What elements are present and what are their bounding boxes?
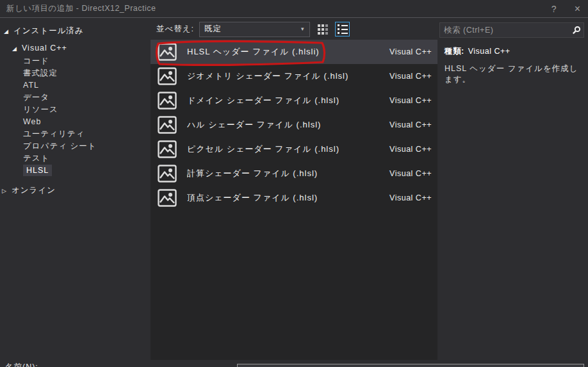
template-language: Visual C++ bbox=[389, 193, 432, 202]
titlebar-buttons: ? × bbox=[551, 4, 583, 14]
sidebar-item-label: コード bbox=[23, 56, 49, 65]
name-input[interactable] bbox=[237, 364, 584, 367]
template-name: HLSL ヘッダー ファイル (.hlsli) bbox=[187, 46, 389, 58]
chevron-down-icon: ▼ bbox=[300, 26, 305, 32]
list-view-icon bbox=[338, 24, 348, 34]
list-item-pixel-shader[interactable]: ピクセル シェーダー ファイル (.hlsl)Visual C++ bbox=[151, 137, 437, 161]
template-name: ドメイン シェーダー ファイル (.hlsl) bbox=[187, 95, 389, 106]
list-item-compute-shader[interactable]: 計算シェーダー ファイル (.hlsl)Visual C++ bbox=[151, 161, 437, 186]
image-file-icon bbox=[158, 165, 177, 183]
kind-label: 種類: bbox=[445, 47, 464, 56]
search-box[interactable] bbox=[439, 22, 584, 38]
expanded-expander-icon[interactable]: ◢ bbox=[4, 25, 13, 38]
sidebar-item-property-sheet[interactable]: プロパティ シート bbox=[0, 140, 151, 152]
image-file-icon bbox=[158, 43, 177, 61]
sidebar-item-test[interactable]: テスト bbox=[0, 152, 151, 165]
sort-dropdown[interactable]: 既定 ▼ bbox=[199, 22, 310, 37]
sidebar-item-label: プロパティ シート bbox=[23, 142, 97, 151]
sidebar-item-utility[interactable]: ユーティリティ bbox=[0, 128, 151, 140]
sidebar-item-online[interactable]: ▷オンライン bbox=[0, 184, 151, 197]
template-description: HLSL ヘッダー ファイルを作成します。 bbox=[445, 63, 582, 85]
list-view-button[interactable] bbox=[335, 22, 350, 37]
template-panel: 並べ替え: 既定 ▼ HLSL ヘッダー ファイル (.hlsli)Visual bbox=[151, 19, 437, 360]
image-file-icon bbox=[158, 116, 177, 134]
template-language: Visual C++ bbox=[389, 72, 432, 81]
help-button[interactable]: ? bbox=[551, 4, 557, 13]
list-item-domain-shader[interactable]: ドメイン シェーダー ファイル (.hlsl)Visual C++ bbox=[151, 88, 437, 113]
sidebar-item-code[interactable]: コード bbox=[0, 55, 151, 67]
sort-dropdown-value: 既定 bbox=[204, 24, 222, 35]
sidebar-item-label: Visual C++ bbox=[22, 44, 67, 53]
close-button[interactable]: × bbox=[575, 4, 580, 14]
template-info: 種類:Visual C++ HLSL ヘッダー ファイルを作成します。 bbox=[445, 46, 582, 85]
sidebar-item-label: 書式設定 bbox=[23, 69, 58, 77]
template-language: Visual C++ bbox=[389, 145, 432, 154]
sidebar-item-label: リソース bbox=[23, 105, 58, 114]
template-name: ジオメトリ シェーダー ファイル (.hlsl) bbox=[187, 70, 389, 82]
sidebar-item-visual-cpp[interactable]: ◢Visual C++ bbox=[0, 42, 151, 54]
sidebar-item-atl[interactable]: ATL bbox=[0, 79, 151, 92]
template-name: ハル シェーダー ファイル (.hlsl) bbox=[187, 119, 389, 131]
sidebar-item-label: オンライン bbox=[12, 186, 56, 195]
footer-strip: 名前(N): bbox=[0, 360, 588, 367]
add-new-item-dialog: 新しい項目の追加 - DirectX12_Practice ? × ◢インストー… bbox=[0, 0, 588, 367]
sidebar-item-label: ATL bbox=[23, 81, 39, 90]
template-language: Visual C++ bbox=[389, 169, 432, 178]
list-item-hlsl-header[interactable]: HLSL ヘッダー ファイル (.hlsli)Visual C++ bbox=[151, 40, 437, 64]
titlebar: 新しい項目の追加 - DirectX12_Practice ? × bbox=[0, 0, 588, 18]
sort-label: 並べ替え: bbox=[156, 24, 194, 35]
name-label: 名前(N): bbox=[5, 362, 38, 367]
expanded-expander-icon[interactable]: ◢ bbox=[12, 43, 22, 55]
list-item-geometry-shader[interactable]: ジオメトリ シェーダー ファイル (.hlsl)Visual C++ bbox=[151, 64, 437, 88]
template-list: HLSL ヘッダー ファイル (.hlsli)Visual C++ジオメトリ シ… bbox=[151, 40, 437, 360]
grid-view-button[interactable] bbox=[315, 22, 330, 37]
dialog-title: 新しい項目の追加 - DirectX12_Practice bbox=[6, 3, 156, 14]
list-item-vertex-shader[interactable]: 頂点シェーダー ファイル (.hlsl)Visual C++ bbox=[151, 186, 437, 210]
list-item-hull-shader[interactable]: ハル シェーダー ファイル (.hlsl)Visual C++ bbox=[151, 113, 437, 137]
kind-row: 種類:Visual C++ bbox=[445, 46, 582, 57]
template-name: 計算シェーダー ファイル (.hlsl) bbox=[187, 168, 389, 179]
image-file-icon bbox=[158, 67, 177, 85]
sidebar-item-label: テスト bbox=[23, 154, 49, 163]
sidebar-item-installed[interactable]: ◢インストール済み bbox=[0, 24, 151, 37]
sidebar-item-resource[interactable]: リソース bbox=[0, 104, 151, 116]
sidebar-item-label: ユーティリティ bbox=[23, 129, 85, 138]
template-language: Visual C++ bbox=[389, 96, 432, 105]
template-name: ピクセル シェーダー ファイル (.hlsl) bbox=[187, 143, 389, 155]
sidebar-item-hlsl[interactable]: HLSL bbox=[0, 165, 151, 177]
sidebar-item-label: Web bbox=[23, 117, 41, 126]
sidebar-item-formatting[interactable]: 書式設定 bbox=[0, 67, 151, 79]
image-file-icon bbox=[158, 92, 177, 110]
dialog-body: ◢インストール済み◢Visual C++コード書式設定ATLデータリソースWeb… bbox=[0, 19, 588, 360]
template-language: Visual C++ bbox=[389, 47, 432, 56]
search-input[interactable] bbox=[440, 26, 569, 35]
image-file-icon bbox=[158, 140, 177, 158]
sidebar-item-label: データ bbox=[23, 93, 49, 102]
search-icon[interactable] bbox=[569, 26, 584, 35]
detail-panel: 種類:Visual C++ HLSL ヘッダー ファイルを作成します。 bbox=[437, 19, 588, 360]
category-tree: ◢インストール済み◢Visual C++コード書式設定ATLデータリソースWeb… bbox=[0, 19, 151, 360]
image-file-icon bbox=[158, 189, 177, 207]
sidebar-item-data[interactable]: データ bbox=[0, 92, 151, 104]
sidebar-item-label: HLSL bbox=[23, 165, 52, 176]
grid-view-icon bbox=[318, 24, 328, 35]
kind-value: Visual C++ bbox=[468, 47, 510, 56]
sort-toolbar: 並べ替え: 既定 ▼ bbox=[151, 19, 437, 40]
collapsed-expander-icon[interactable]: ▷ bbox=[2, 185, 12, 197]
sidebar-item-label: インストール済み bbox=[13, 26, 84, 35]
template-name: 頂点シェーダー ファイル (.hlsl) bbox=[187, 192, 389, 204]
template-language: Visual C++ bbox=[389, 120, 432, 129]
sidebar-item-web[interactable]: Web bbox=[0, 116, 151, 128]
